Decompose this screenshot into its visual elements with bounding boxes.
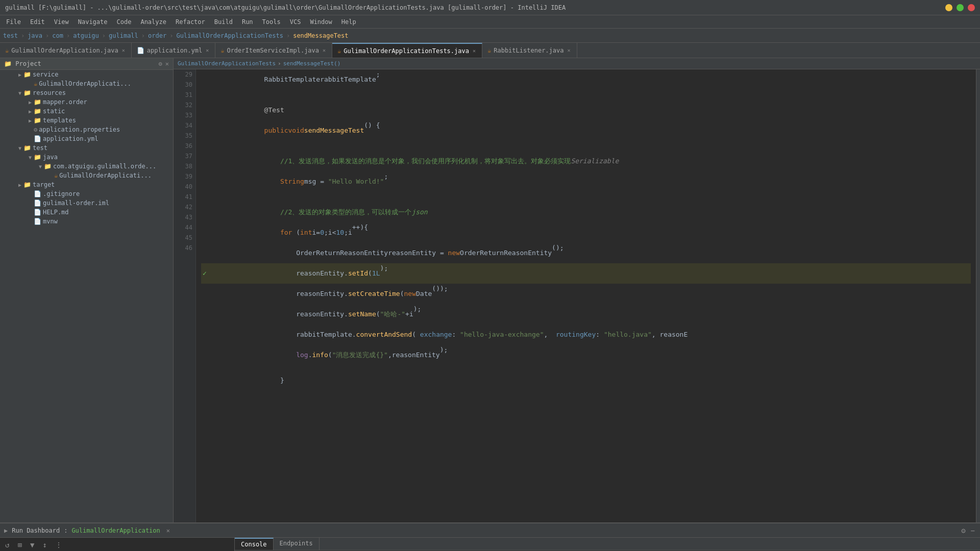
code-line-33 <box>201 141 971 151</box>
sidebar-item-gulimall-order-app[interactable]: ☕ GulimallOrderApplicati... <box>0 79 173 88</box>
sidebar-item-application-yml[interactable]: 📄 application.yml <box>0 134 173 143</box>
project-sidebar: 📁 Project ⚙ ✕ ▶ 📁 service ☕ GulimallOrde… <box>0 58 174 522</box>
tab-close-OrderItemServiceImpl[interactable]: ✕ <box>322 47 327 54</box>
tab-console[interactable]: Console <box>235 538 274 550</box>
breadcrumb-class[interactable]: GulimallOrderApplicationTests <box>178 60 276 67</box>
right-scrollbar[interactable] <box>976 69 980 522</box>
minimize-button[interactable] <box>945 4 952 11</box>
arrow-templates: ▶ <box>27 118 34 123</box>
tab-close-RabbitListener[interactable]: ✕ <box>567 47 572 54</box>
arrow-resources: ▼ <box>16 90 23 96</box>
java-test-file-icon: ☕ <box>54 172 58 179</box>
menu-file[interactable]: File <box>2 17 25 27</box>
folder-com-icon: 📁 <box>44 163 52 170</box>
code-line-44: log.info("消息发送完成{}",reasonEntity); <box>201 345 971 365</box>
sidebar-item-target[interactable]: ▶ 📁 target <box>0 180 173 189</box>
menu-build[interactable]: Build <box>210 17 237 27</box>
sidebar-item-iml[interactable]: 📄 gulimall-order.iml <box>0 198 173 208</box>
sidebar-item-static[interactable]: ▶ 📁 static <box>0 107 173 116</box>
menu-edit[interactable]: Edit <box>26 17 49 27</box>
run-group-icon[interactable]: ⊞ <box>15 540 23 550</box>
title-bar: gulimall [F:\gulimall] - ...\gulimall-or… <box>0 0 980 15</box>
collapse-icon[interactable]: − <box>970 525 976 536</box>
breadcrumb-method[interactable]: sendMessageTest() <box>283 60 341 67</box>
sidebar-item-templates[interactable]: ▶ 📁 templates <box>0 116 173 125</box>
nav-method[interactable]: sendMessageTest <box>293 32 348 39</box>
menu-vcs[interactable]: VCS <box>286 17 305 27</box>
code-line-31: @Test <box>201 100 971 120</box>
arrow-static: ▶ <box>27 109 34 114</box>
sidebar-close-icon[interactable]: ✕ <box>165 60 169 67</box>
breadcrumb-bar: GulimallOrderApplicationTests › sendMess… <box>174 58 980 69</box>
bottom-panel-app: : <box>64 527 67 534</box>
code-line-35: String msg = "Hello World!"; <box>201 171 971 192</box>
folder-java-icon: 📁 <box>34 154 41 161</box>
code-line-32: public void sendMessageTest() { <box>201 120 971 141</box>
sidebar-item-mapper-order[interactable]: ▶ 📁 mapper.order <box>0 97 173 107</box>
nav-com[interactable]: com <box>52 32 63 39</box>
code-content[interactable]: RabbitTemplate rabbitTemplate; @Test pub… <box>196 69 976 522</box>
menu-tools[interactable]: Tools <box>258 17 285 27</box>
sidebar-item-service[interactable]: ▶ 📁 service <box>0 70 173 79</box>
nav-gulimall[interactable]: gulimall <box>109 32 138 39</box>
tab-OrderItemServiceImpl[interactable]: ☕ OrderItemServiceImpl.java ✕ <box>215 43 332 58</box>
bottom-panel: ▶ Run Dashboard : GulimallOrderApplicati… <box>0 522 980 551</box>
nav-test[interactable]: test <box>3 32 18 39</box>
sidebar-item-resources[interactable]: ▼ 📁 resources <box>0 88 173 97</box>
sidebar-label-com-atguigu: com.atguigu.gulimall.orde... <box>53 163 156 170</box>
tab-RabbitListener[interactable]: ☕ RabbitListener.java ✕ <box>482 43 577 58</box>
tab-close-application-yml[interactable]: ✕ <box>205 47 210 54</box>
sidebar-item-test[interactable]: ▼ 📁 test <box>0 143 173 153</box>
main-layout: 📁 Project ⚙ ✕ ▶ 📁 service ☕ GulimallOrde… <box>0 58 980 522</box>
tab-GulimallOrderApplicationTests[interactable]: ☕ GulimallOrderApplicationTests.java ✕ <box>332 43 482 58</box>
tab-close-GulimallOrderApplicationTests[interactable]: ✕ <box>472 47 477 54</box>
sidebar-item-mvnw[interactable]: 📄 mvnw <box>0 217 173 226</box>
more-run-icon[interactable]: ⋮ <box>53 540 64 550</box>
nav-order[interactable]: order <box>148 32 166 39</box>
menu-bar: File Edit View Navigate Code Analyze Ref… <box>0 15 980 29</box>
tab-close-GulimallOrderApplication[interactable]: ✕ <box>121 47 126 54</box>
bottom-panel-controls: ⚙ − <box>960 525 976 536</box>
sidebar-item-java[interactable]: ▼ 📁 java <box>0 153 173 162</box>
menu-help[interactable]: Help <box>337 17 360 27</box>
menu-refactor[interactable]: Refactor <box>172 17 209 27</box>
arrow-test: ▼ <box>16 145 23 151</box>
refresh-run-icon[interactable]: ↺ <box>3 540 11 550</box>
nav-java[interactable]: java <box>28 32 42 39</box>
sidebar-item-gitignore[interactable]: 📄 .gitignore <box>0 189 173 198</box>
sidebar-item-gulimall-tests[interactable]: ☕ GulimallOrderApplicati... <box>0 171 173 180</box>
code-line-30 <box>201 90 971 100</box>
settings-icon[interactable]: ⚙ <box>960 525 966 536</box>
nav-bar: test › java › com › atguigu › gulimall ›… <box>0 29 980 43</box>
filter-run-icon[interactable]: ▼ <box>28 540 36 550</box>
arrow-none5 <box>27 191 34 197</box>
code-line-38: for (int i=0;i<10;i++){ <box>201 222 971 243</box>
code-line-37: //2、发送的对象类型的消息，可以转成一个json <box>201 202 971 222</box>
menu-code[interactable]: Code <box>113 17 136 27</box>
menu-run[interactable]: Run <box>238 17 257 27</box>
sidebar-item-com-atguigu[interactable]: ▼ 📁 com.atguigu.gulimall.orde... <box>0 162 173 171</box>
sort-run-icon[interactable]: ↕ <box>40 540 48 550</box>
sidebar-settings-icon[interactable]: ⚙ <box>159 60 162 67</box>
sidebar-label-app-props: application.properties <box>39 126 120 133</box>
code-line-43: rabbitTemplate.convertAndSend( exchange:… <box>201 324 971 345</box>
bottom-close-icon[interactable]: ✕ <box>166 527 170 534</box>
menu-navigate[interactable]: Navigate <box>74 17 112 27</box>
menu-analyze[interactable]: Analyze <box>136 17 170 27</box>
tab-application-yml[interactable]: 📄 application.yml ✕ <box>132 43 215 58</box>
close-button[interactable] <box>968 4 975 11</box>
menu-window[interactable]: Window <box>306 17 336 27</box>
maximize-button[interactable] <box>957 4 964 11</box>
sidebar-header: 📁 Project ⚙ ✕ <box>0 58 173 70</box>
sidebar-item-application-properties[interactable]: ⚙ application.properties <box>0 125 173 134</box>
help-file-icon: 📄 <box>34 209 41 216</box>
window-controls[interactable] <box>945 4 975 11</box>
tab-endpoints[interactable]: Endpoints <box>274 538 320 550</box>
nav-class[interactable]: GulimallOrderApplicationTests <box>176 32 283 39</box>
tab-GulimallOrderApplication[interactable]: ☕ GulimallOrderApplication.java ✕ <box>0 43 132 58</box>
sidebar-item-help[interactable]: 📄 HELP.md <box>0 208 173 217</box>
arrow-service: ▶ <box>16 72 23 78</box>
menu-view[interactable]: View <box>50 17 73 27</box>
nav-atguigu[interactable]: atguigu <box>73 32 99 39</box>
bottom-panel-title: Run Dashboard <box>12 527 60 534</box>
